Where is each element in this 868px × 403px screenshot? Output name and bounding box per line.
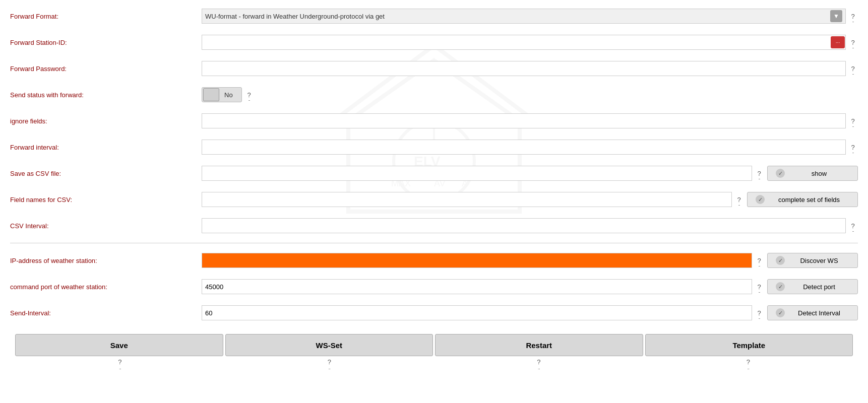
ws-set-help: ? bbox=[225, 358, 435, 370]
csv-interval-input[interactable] bbox=[202, 218, 846, 233]
field-names-csv-input[interactable] bbox=[202, 192, 732, 207]
complete-set-check-icon: ✓ bbox=[756, 195, 765, 204]
help-station-id: ? bbox=[848, 39, 858, 46]
command-port-input[interactable] bbox=[202, 279, 752, 294]
label-send-interval: Send-Interval: bbox=[10, 309, 202, 317]
input-area-ignore-fields: ? bbox=[202, 113, 858, 128]
send-interval-input[interactable] bbox=[202, 305, 752, 320]
label-forward-station-id: Forward Station-ID: bbox=[10, 39, 202, 46]
save-csv-input[interactable] bbox=[202, 166, 752, 181]
main-content: Forward Format: WU-format - forward in W… bbox=[0, 0, 868, 375]
ignore-fields-input[interactable] bbox=[202, 113, 846, 128]
row-ignore-fields: ignore fields: ? bbox=[10, 110, 858, 132]
help-command-port: ? bbox=[754, 283, 764, 291]
row-forward-interval: Forward interval: ? bbox=[10, 136, 858, 158]
row-ip-address: IP-address of weather station: ? ✓ Disco… bbox=[10, 249, 858, 272]
row-forward-format: Forward Format: WU-format - forward in W… bbox=[10, 5, 858, 27]
help-ip-address: ? bbox=[754, 257, 764, 264]
help-forward-password: ? bbox=[848, 65, 858, 73]
bottom-buttons-row: Save WS-Set Restart Template bbox=[10, 334, 858, 356]
label-csv-interval: CSV Interval: bbox=[10, 222, 202, 230]
input-area-command-port: ? ✓ Detect port bbox=[202, 279, 858, 294]
show-button-label: show bbox=[789, 170, 849, 177]
input-area-csv-interval: ? bbox=[202, 218, 858, 233]
row-forward-station-id: Forward Station-ID: ··· ? bbox=[10, 31, 858, 53]
detect-interval-button[interactable]: ✓ Detect Interval bbox=[767, 305, 858, 320]
detect-port-button-label: Detect port bbox=[789, 283, 849, 291]
help-send-interval: ? bbox=[754, 309, 764, 317]
send-status-toggle[interactable]: No bbox=[202, 87, 242, 102]
help-forward-interval: ? bbox=[848, 144, 858, 151]
forward-interval-input[interactable] bbox=[202, 140, 846, 155]
input-area-field-names-csv: ? ✓ complete set of fields bbox=[202, 192, 858, 207]
help-ignore-fields: ? bbox=[848, 117, 858, 125]
detect-port-button[interactable]: ✓ Detect port bbox=[767, 279, 858, 294]
discover-ws-button-label: Discover WS bbox=[789, 257, 849, 264]
discover-ws-button[interactable]: ✓ Discover WS bbox=[767, 253, 858, 268]
ws-set-button-label: WS-Set bbox=[316, 341, 343, 350]
label-forward-interval: Forward interval: bbox=[10, 144, 202, 151]
ip-address-input[interactable] bbox=[202, 253, 752, 268]
input-area-send-interval: ? ✓ Detect Interval bbox=[202, 305, 858, 320]
forward-format-dropdown[interactable]: WU-format - forward in Weather Undergrou… bbox=[202, 9, 846, 24]
ws-set-button[interactable]: WS-Set bbox=[225, 334, 433, 356]
label-ip-address: IP-address of weather station: bbox=[10, 257, 202, 264]
row-csv-interval: CSV Interval: ? bbox=[10, 215, 858, 237]
help-forward-format: ? bbox=[848, 13, 858, 20]
input-area-ip-address: ? ✓ Discover WS bbox=[202, 253, 858, 268]
row-forward-password: Forward Password: ? bbox=[10, 57, 858, 80]
help-field-names-csv: ? bbox=[734, 196, 744, 204]
template-button[interactable]: Template bbox=[645, 334, 853, 356]
help-csv-interval: ? bbox=[848, 222, 858, 230]
row-send-interval: Send-Interval: ? ✓ Detect Interval bbox=[10, 302, 858, 324]
bottom-help-row: ? ? ? ? bbox=[10, 358, 858, 370]
input-area-save-csv: ? ✓ show bbox=[202, 166, 858, 181]
detect-port-check-icon: ✓ bbox=[776, 282, 785, 291]
detect-interval-button-label: Detect Interval bbox=[789, 309, 849, 317]
dropdown-arrow-icon[interactable]: ▼ bbox=[830, 10, 842, 22]
row-send-status: Send status with forward: No ? bbox=[10, 84, 858, 106]
restart-help: ? bbox=[434, 358, 644, 370]
row-save-csv: Save as CSV file: ? ✓ show bbox=[10, 162, 858, 184]
save-button[interactable]: Save bbox=[15, 334, 223, 356]
forward-password-input[interactable] bbox=[202, 61, 846, 76]
label-forward-format: Forward Format: bbox=[10, 13, 202, 20]
label-field-names-csv: Field names for CSV: bbox=[10, 196, 202, 204]
show-check-icon: ✓ bbox=[776, 169, 785, 178]
restart-button-label: Restart bbox=[526, 341, 552, 350]
label-send-status: Send status with forward: bbox=[10, 91, 202, 99]
label-command-port: command port of weather station: bbox=[10, 283, 202, 291]
discover-ws-check-icon: ✓ bbox=[776, 256, 785, 265]
template-button-label: Template bbox=[732, 341, 765, 350]
save-button-label: Save bbox=[110, 341, 128, 350]
input-area-forward-format: WU-format - forward in Weather Undergrou… bbox=[202, 9, 858, 24]
row-field-names-csv: Field names for CSV: ? ✓ complete set of… bbox=[10, 188, 858, 211]
row-command-port: command port of weather station: ? ✓ Det… bbox=[10, 276, 858, 298]
input-area-forward-interval: ? bbox=[202, 140, 858, 155]
label-ignore-fields: ignore fields: bbox=[10, 117, 202, 125]
template-help: ? bbox=[644, 358, 853, 370]
label-forward-password: Forward Password: bbox=[10, 65, 202, 73]
detect-interval-check-icon: ✓ bbox=[776, 308, 785, 317]
help-send-status: ? bbox=[244, 91, 254, 99]
toggle-slider bbox=[203, 88, 219, 101]
save-help: ? bbox=[15, 358, 225, 370]
complete-set-button[interactable]: ✓ complete set of fields bbox=[747, 192, 858, 207]
help-save-csv: ? bbox=[754, 170, 764, 177]
format-dropdown-value: WU-format - forward in Weather Undergrou… bbox=[205, 13, 385, 20]
input-area-send-status: No ? bbox=[202, 87, 858, 102]
separator-line bbox=[10, 243, 858, 243]
input-area-station-id: ··· ? bbox=[202, 35, 858, 50]
station-id-extra-btn[interactable]: ··· bbox=[831, 36, 845, 48]
restart-button[interactable]: Restart bbox=[435, 334, 643, 356]
toggle-label: No bbox=[220, 91, 237, 99]
station-id-input-wrap: ··· bbox=[202, 35, 846, 50]
station-id-input[interactable] bbox=[202, 35, 846, 50]
complete-set-button-label: complete set of fields bbox=[769, 196, 849, 204]
label-save-csv: Save as CSV file: bbox=[10, 170, 202, 177]
input-area-password: ? bbox=[202, 61, 858, 76]
show-button[interactable]: ✓ show bbox=[767, 166, 858, 181]
